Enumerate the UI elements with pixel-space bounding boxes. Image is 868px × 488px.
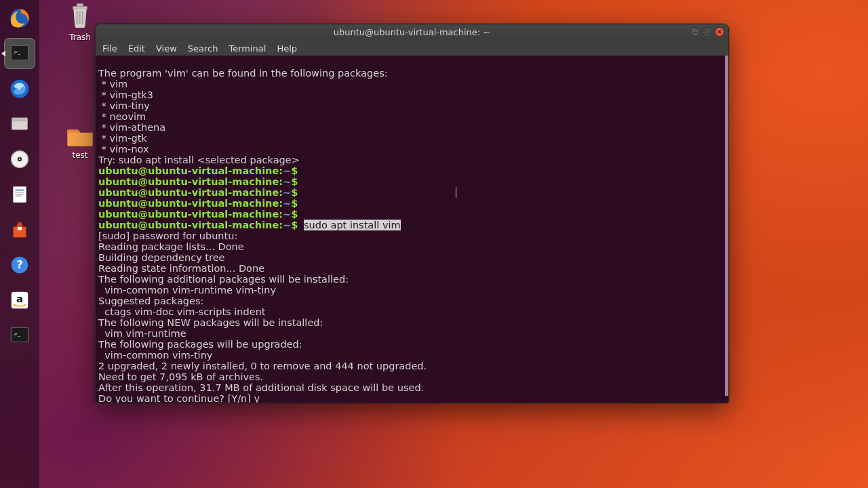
prompt-sym: $	[291, 198, 298, 209]
term-line: * vim-gtk3	[98, 89, 153, 100]
term-line: Need to get 7,095 kB of archives.	[98, 371, 263, 382]
svg-text:>_: >_	[14, 331, 20, 337]
svg-rect-32	[705, 30, 709, 34]
term-line: vim-common vim-tiny	[98, 350, 212, 361]
svg-rect-18	[18, 227, 22, 230]
term-line: vim-common vim-runtime vim-tiny	[98, 285, 276, 296]
term-line: vim vim-runtime	[98, 328, 186, 339]
svg-text:?: ?	[16, 258, 22, 271]
term-line: Suggested packages:	[98, 296, 203, 306]
launcher-files[interactable]	[4, 108, 35, 140]
launcher-help[interactable]: ?	[4, 249, 35, 281]
menubar: File Edit View Search Terminal Help	[96, 41, 728, 56]
menu-view[interactable]: View	[156, 43, 177, 54]
term-line: * vim-athena	[98, 122, 165, 133]
svg-rect-30	[82, 11, 83, 24]
prompt-user: ubuntu@ubuntu-virtual-machine	[98, 220, 279, 230]
prompt-user: ubuntu@ubuntu-virtual-machine	[98, 187, 279, 198]
svg-rect-7	[12, 121, 26, 121]
term-selection: sudo apt install vim	[304, 220, 401, 230]
launcher: >_ ? a >_	[0, 0, 39, 488]
prompt-path: ~	[283, 198, 291, 209]
prompt-sym: $	[291, 165, 298, 176]
window-minimize-button[interactable]	[690, 27, 700, 37]
window-title: ubuntu@ubuntu-virtual-machine: ~	[334, 27, 490, 37]
svg-rect-6	[12, 117, 27, 120]
prompt-sym: $	[291, 209, 298, 220]
term-line: 2 upgraded, 2 newly installed, 0 to remo…	[98, 361, 427, 371]
text-cursor-ibeam	[456, 187, 456, 198]
svg-text:>_: >_	[14, 49, 20, 55]
term-line: Try: sudo apt install <selected package>	[98, 155, 300, 165]
prompt-path: ~	[283, 220, 291, 230]
launcher-terminal-active[interactable]: >_	[4, 38, 35, 69]
menu-help[interactable]: Help	[277, 43, 297, 54]
launcher-amazon[interactable]: a	[4, 285, 35, 316]
svg-rect-14	[16, 190, 24, 191]
svg-rect-31	[693, 32, 697, 33]
prompt-path: ~	[283, 165, 291, 176]
window-maximize-button[interactable]	[703, 27, 712, 37]
svg-rect-26	[73, 6, 87, 9]
term-line: * vim-gtk	[98, 133, 147, 144]
term-line: [sudo] password for ubuntu:	[98, 230, 237, 241]
svg-rect-28	[77, 11, 78, 24]
term-line: The program 'vim' can be found in the fo…	[98, 68, 388, 79]
launcher-rhythmbox[interactable]	[4, 144, 35, 175]
prompt-user: ubuntu@ubuntu-virtual-machine	[98, 209, 279, 220]
prompt-user: ubuntu@ubuntu-virtual-machine	[98, 165, 279, 176]
terminal-body[interactable]: The program 'vim' can be found in the fo…	[96, 56, 728, 403]
term-line: Reading package lists... Done	[98, 241, 244, 252]
svg-rect-27	[77, 3, 83, 6]
prompt-path: ~	[283, 176, 291, 187]
prompt-path: ~	[283, 209, 291, 220]
menu-file[interactable]: File	[102, 43, 117, 54]
svg-text:a: a	[16, 293, 23, 305]
term-line: Reading state information... Done	[98, 263, 264, 274]
prompt-user: ubuntu@ubuntu-virtual-machine	[98, 176, 279, 187]
term-line: * neovim	[98, 111, 146, 122]
menu-terminal[interactable]: Terminal	[229, 43, 266, 54]
term-line: The following additional packages will b…	[98, 274, 349, 285]
desktop[interactable]: >_ ? a >_ Trash test	[0, 0, 868, 488]
svg-rect-29	[79, 11, 81, 24]
launcher-thunderbird[interactable]	[4, 73, 35, 104]
svg-point-11	[19, 159, 20, 160]
svg-rect-16	[16, 194, 24, 195]
term-line: The following NEW packages will be insta…	[98, 317, 323, 328]
term-line: Building dependency tree	[98, 252, 225, 263]
window-close-button[interactable]	[715, 27, 724, 37]
term-line: * vim-tiny	[98, 100, 150, 111]
term-line: ctags vim-doc vim-scripts indent	[98, 306, 266, 317]
term-line: * vim	[98, 79, 127, 89]
menu-search[interactable]: Search	[188, 43, 218, 54]
svg-rect-15	[16, 192, 24, 192]
prompt-user: ubuntu@ubuntu-virtual-machine	[98, 198, 279, 209]
launcher-firefox[interactable]	[4, 3, 35, 34]
launcher-terminal-2[interactable]: >_	[4, 320, 35, 351]
prompt-sym: $	[291, 176, 298, 187]
launcher-software[interactable]	[4, 214, 35, 245]
svg-rect-17	[16, 196, 22, 197]
titlebar[interactable]: ubuntu@ubuntu-virtual-machine: ~	[96, 24, 728, 41]
launcher-writer[interactable]	[4, 179, 35, 210]
term-line: Do you want to continue? [Y/n] y	[98, 393, 260, 403]
terminal-window[interactable]: ubuntu@ubuntu-virtual-machine: ~ File Ed…	[95, 24, 729, 403]
term-line: The following packages will be upgraded:	[98, 339, 302, 350]
prompt-path: ~	[283, 187, 291, 198]
prompt-sym: $	[291, 187, 298, 198]
menu-edit[interactable]: Edit	[128, 43, 145, 54]
prompt-sym: $	[291, 220, 298, 230]
term-line: * vim-nox	[98, 144, 149, 155]
term-line: After this operation, 31.7 MB of additio…	[98, 382, 424, 393]
